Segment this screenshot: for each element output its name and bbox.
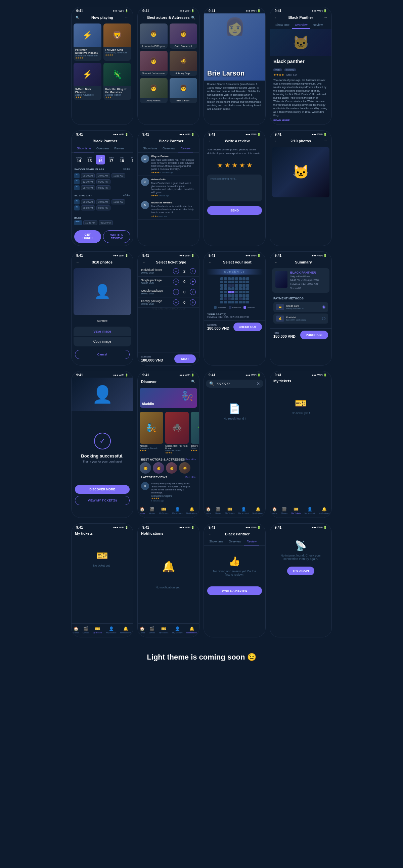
seat[interactable]	[224, 281, 227, 283]
seat[interactable]	[220, 294, 223, 297]
more-icon[interactable]: ⋯	[323, 15, 328, 20]
nav-movies[interactable]: 🎬 Movies	[281, 507, 287, 514]
seat[interactable]	[242, 291, 246, 293]
seat[interactable]	[220, 287, 223, 290]
discover-banner[interactable]: 🧞 Aladdin	[140, 388, 197, 408]
send-review-button[interactable]: SEND	[207, 206, 262, 215]
nav-movies[interactable]: 🎬 Movies	[215, 507, 221, 514]
nav-account[interactable]: 👤 My account	[172, 507, 183, 514]
nav-home[interactable]: 🏠 Home	[140, 507, 145, 514]
qty-increase[interactable]: +	[190, 268, 196, 274]
seat[interactable]	[242, 284, 246, 287]
seat[interactable]	[224, 277, 227, 280]
seat[interactable]	[224, 301, 227, 304]
nav-tickets[interactable]: 🎫 My Tickets	[225, 507, 234, 514]
nav-account[interactable]: 👤 My account	[172, 626, 183, 634]
star-rating[interactable]: ★★★★★	[204, 158, 265, 173]
radio-active[interactable]	[322, 305, 325, 309]
seat[interactable]	[224, 287, 227, 290]
clear-search-icon[interactable]: ✕	[257, 381, 260, 386]
seat[interactable]	[224, 284, 227, 287]
write-review-button[interactable]: WRITE A REVIEW	[103, 230, 131, 243]
seat[interactable]	[228, 301, 231, 304]
date-item[interactable]: Mon15	[85, 155, 94, 164]
view-tickets-button[interactable]: VIEW MY TICKET(S)	[75, 496, 129, 505]
seat[interactable]	[220, 281, 223, 283]
actor-avatar[interactable]: 👩	[166, 462, 177, 474]
seat[interactable]	[242, 294, 246, 297]
seat[interactable]	[220, 291, 223, 293]
back-icon[interactable]: ←	[274, 138, 279, 144]
save-image-option[interactable]: Save image	[74, 327, 131, 337]
nav-tickets[interactable]: 🎫 My Tickets	[291, 507, 300, 514]
seat[interactable]	[235, 301, 238, 304]
seat[interactable]	[231, 281, 234, 283]
seat[interactable]	[242, 301, 246, 304]
tab-overview[interactable]: Overview	[94, 145, 112, 152]
nav-tickets[interactable]: 🎫 My Tickets	[93, 626, 102, 634]
seat[interactable]	[239, 301, 242, 304]
qty-decrease[interactable]: −	[173, 300, 179, 305]
nav-tickets[interactable]: 🎫 My Tickets	[159, 507, 168, 514]
read-more-btn[interactable]: READ MORE	[274, 119, 328, 122]
seat[interactable]	[246, 298, 249, 300]
date-item[interactable]: Thu18	[117, 155, 126, 164]
nav-home[interactable]: 🏠 Home	[140, 626, 145, 634]
payment-ewallet[interactable]: 💰 E-Wallet Save 15% per booking	[274, 313, 328, 323]
try-again-button[interactable]: TRY AGAIN	[287, 566, 314, 575]
date-item[interactable]: Wed17	[107, 155, 116, 164]
qty-decrease[interactable]: −	[173, 279, 179, 285]
seat[interactable]	[220, 301, 223, 304]
movie-card[interactable]: 🦎 Godzilla: King of the Monsters Science…	[104, 63, 131, 100]
actor-card[interactable]: 👨 Leonardo DiCaprio	[140, 24, 168, 49]
search-icon[interactable]: 🔍	[75, 15, 80, 20]
back-icon[interactable]: ←	[75, 259, 80, 265]
back-icon[interactable]: ←	[75, 138, 80, 144]
tab-review[interactable]: Review	[244, 538, 260, 546]
nav-tickets[interactable]: 🎫 My Tickets	[159, 626, 168, 634]
seat[interactable]	[239, 287, 242, 290]
h-movie-card[interactable]: 🕷️ Spider-Man: Far from Home Adventure, …	[165, 412, 189, 454]
seat[interactable]	[246, 277, 249, 280]
menu-icon[interactable]: ⋯	[124, 15, 129, 20]
nav-home[interactable]: 🏠 Home	[272, 507, 278, 514]
movie-card[interactable]: ⚡ X-Men: Dark Phoenix Action, Adventure …	[74, 63, 102, 100]
seat[interactable]	[228, 277, 231, 280]
tab-overview[interactable]: Overview	[160, 145, 178, 152]
tab-review[interactable]: Review	[178, 145, 194, 152]
discover-more-button[interactable]: DISCOVER MORE	[75, 485, 129, 494]
nav-home[interactable]: 🏠 Home	[206, 507, 211, 514]
copy-image-option[interactable]: Copy image	[74, 337, 131, 346]
purchase-button[interactable]: PURCHASE	[300, 331, 328, 339]
seat[interactable]	[242, 277, 246, 280]
date-item[interactable]: Today14	[74, 155, 84, 164]
h-movie-card[interactable]: 🔫 John V Chaps Action ★★★★	[191, 412, 199, 454]
actor-card[interactable]: 👩 Cate Blanchett	[170, 24, 198, 49]
seat[interactable]	[231, 301, 234, 304]
checkout-button[interactable]: CHECK OUT	[233, 322, 262, 331]
qty-decrease[interactable]: −	[173, 289, 179, 295]
seat[interactable]	[231, 287, 234, 290]
seat[interactable]	[246, 294, 249, 297]
seat[interactable]	[228, 281, 231, 283]
tab-showtime[interactable]: Show time	[273, 22, 292, 29]
actor-avatar[interactable]: 🧔	[179, 462, 191, 474]
qty-increase[interactable]: +	[190, 289, 196, 295]
seat[interactable]	[220, 298, 223, 300]
back-icon[interactable]: ←	[141, 15, 146, 20]
seat[interactable]	[224, 294, 227, 297]
seat[interactable]	[246, 287, 249, 290]
seat[interactable]	[246, 301, 249, 304]
seat[interactable]	[239, 284, 242, 287]
review-input[interactable]: Type something here...	[207, 175, 262, 202]
seat[interactable]	[242, 298, 246, 300]
seat[interactable]	[220, 277, 223, 280]
see-all-reviews[interactable]: See all >	[185, 476, 196, 478]
get-ticket-button[interactable]: GET TICKET	[74, 230, 101, 243]
nav-notifications[interactable]: 🔔 Notifications	[186, 507, 198, 514]
cancel-button[interactable]: Cancel	[75, 350, 129, 359]
seat[interactable]	[246, 284, 249, 287]
qty-increase[interactable]: +	[190, 300, 196, 305]
tab-overview[interactable]: Overview	[226, 538, 244, 546]
tab-review[interactable]: Review	[310, 22, 326, 29]
